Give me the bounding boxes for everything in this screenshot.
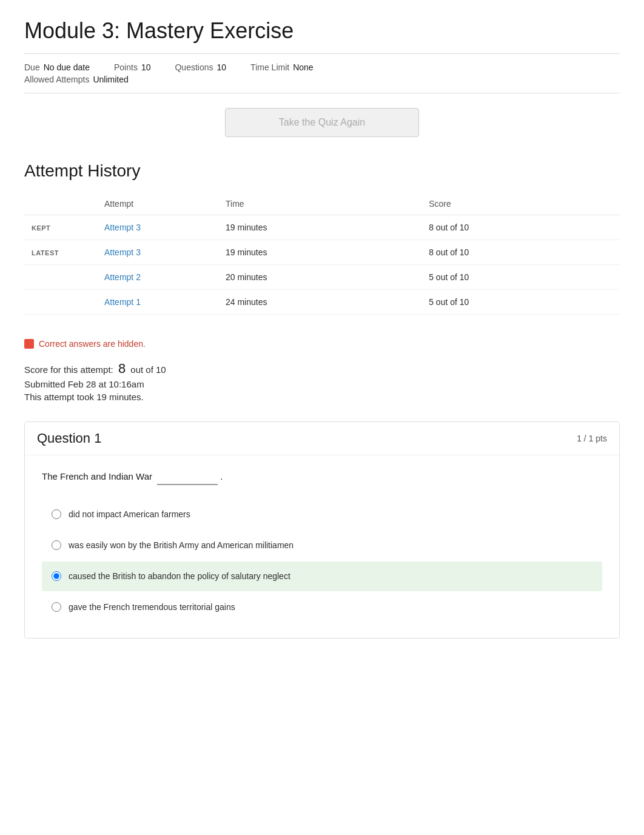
col-header-score: Score bbox=[421, 193, 620, 215]
row-attempt[interactable]: Attempt 1 bbox=[97, 290, 218, 315]
row-attempt[interactable]: Attempt 3 bbox=[97, 215, 218, 240]
allowed-attempts-row: Allowed Attempts Unlimited bbox=[24, 75, 620, 84]
row-time: 24 minutes bbox=[218, 290, 421, 315]
table-row: LATEST Attempt 3 19 minutes 8 out of 10 bbox=[24, 240, 620, 265]
question-1-body: The French and Indian War . did not impa… bbox=[25, 455, 619, 638]
answer-text: was easily won by the British Army and A… bbox=[69, 539, 293, 552]
question-1-header: Question 1 1 / 1 pts bbox=[25, 422, 619, 455]
row-score: 8 out of 10 bbox=[421, 215, 620, 240]
due-label: Due bbox=[24, 62, 40, 72]
attempt-history-table: Attempt Time Score KEPT Attempt 3 19 min… bbox=[24, 193, 620, 315]
questions-group: Questions 10 bbox=[175, 62, 226, 72]
question-1-number: Question 1 bbox=[37, 431, 101, 446]
question-1-blank bbox=[157, 470, 218, 485]
answer-text: gave the French tremendous territorial g… bbox=[69, 601, 235, 614]
row-score: 5 out of 10 bbox=[421, 290, 620, 315]
row-attempt[interactable]: Attempt 3 bbox=[97, 240, 218, 265]
row-score: 5 out of 10 bbox=[421, 265, 620, 290]
table-row: Attempt 2 20 minutes 5 out of 10 bbox=[24, 265, 620, 290]
radio-input[interactable] bbox=[52, 602, 61, 612]
score-value: 8 bbox=[118, 361, 126, 376]
points-group: Points 10 bbox=[114, 62, 151, 72]
allowed-attempts-value: Unlimited bbox=[93, 75, 128, 84]
answer-text: did not impact American farmers bbox=[69, 508, 190, 521]
table-row: Attempt 1 24 minutes 5 out of 10 bbox=[24, 290, 620, 315]
table-row: KEPT Attempt 3 19 minutes 8 out of 10 bbox=[24, 215, 620, 240]
submitted-line: Submitted Feb 28 at 10:16am bbox=[24, 379, 620, 389]
time-limit-group: Time Limit None bbox=[250, 62, 314, 72]
row-label: KEPT bbox=[24, 215, 97, 240]
take-quiz-button[interactable]: Take the Quiz Again bbox=[225, 108, 419, 137]
col-header-time: Time bbox=[218, 193, 421, 215]
row-time: 19 minutes bbox=[218, 240, 421, 265]
row-label: LATEST bbox=[24, 240, 97, 265]
answer-text: caused the British to abandon the policy… bbox=[69, 570, 290, 583]
row-label bbox=[24, 290, 97, 315]
row-label bbox=[24, 265, 97, 290]
row-attempt[interactable]: Attempt 2 bbox=[97, 265, 218, 290]
score-label: Score for this attempt: bbox=[24, 364, 113, 375]
radio-input[interactable] bbox=[52, 571, 61, 581]
warning-icon bbox=[24, 339, 34, 349]
answer-option[interactable]: caused the British to abandon the policy… bbox=[42, 562, 602, 591]
attempt-history-title: Attempt History bbox=[24, 161, 620, 181]
score-line: Score for this attempt: 8 out of 10 bbox=[24, 361, 620, 377]
col-header-label bbox=[24, 193, 97, 215]
row-time: 19 minutes bbox=[218, 215, 421, 240]
question-1-card: Question 1 1 / 1 pts The French and Indi… bbox=[24, 421, 620, 639]
correct-answers-notice: Correct answers are hidden. bbox=[24, 339, 620, 349]
time-limit-value: None bbox=[293, 62, 313, 72]
points-value: 10 bbox=[141, 62, 151, 72]
time-limit-label: Time Limit bbox=[250, 62, 289, 72]
due-group: Due No due date bbox=[24, 62, 90, 72]
radio-input[interactable] bbox=[52, 509, 61, 519]
question-1-pts: 1 / 1 pts bbox=[577, 434, 607, 443]
score-section: Score for this attempt: 8 out of 10 Subm… bbox=[24, 361, 620, 402]
question-1-text: The French and Indian War . bbox=[42, 470, 602, 485]
page-title: Module 3: Mastery Exercise bbox=[24, 18, 620, 44]
score-out-of: out of 10 bbox=[130, 364, 166, 375]
answer-option[interactable]: gave the French tremendous territorial g… bbox=[42, 592, 602, 622]
points-label: Points bbox=[114, 62, 138, 72]
duration-line: This attempt took 19 minutes. bbox=[24, 392, 620, 402]
allowed-attempts-label: Allowed Attempts bbox=[24, 75, 89, 84]
answer-option[interactable]: did not impact American farmers bbox=[42, 500, 602, 529]
col-header-attempt: Attempt bbox=[97, 193, 218, 215]
notice-text: Correct answers are hidden. bbox=[39, 339, 146, 349]
radio-input[interactable] bbox=[52, 540, 61, 550]
row-score: 8 out of 10 bbox=[421, 240, 620, 265]
meta-bar: Due No due date Points 10 Questions 10 T… bbox=[24, 53, 620, 93]
questions-value: 10 bbox=[217, 62, 227, 72]
row-time: 20 minutes bbox=[218, 265, 421, 290]
answer-option[interactable]: was easily won by the British Army and A… bbox=[42, 531, 602, 560]
questions-label: Questions bbox=[175, 62, 213, 72]
due-value: No due date bbox=[44, 62, 90, 72]
